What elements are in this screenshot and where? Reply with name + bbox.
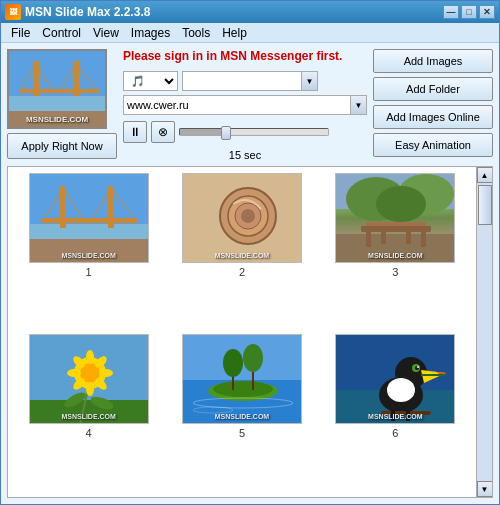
- scroll-down-button[interactable]: ▼: [477, 481, 493, 497]
- dandelion-svg: [30, 335, 149, 424]
- thumb-label-3: MSNSLIDE.COM: [336, 252, 454, 259]
- app-icon: 🖼: [5, 4, 21, 20]
- add-images-button[interactable]: Add Images: [373, 49, 493, 73]
- svg-rect-32: [366, 232, 371, 247]
- duration-label: 15 sec: [123, 149, 367, 161]
- island-svg: [183, 335, 302, 424]
- main-window: 🖼 MSN Slide Max 2.2.3.8 — □ ✕ File Contr…: [0, 0, 500, 505]
- duration-slider-track[interactable]: [179, 128, 329, 136]
- status-input[interactable]: [182, 71, 302, 91]
- menu-tools[interactable]: Tools: [176, 24, 216, 42]
- scroll-track[interactable]: [477, 183, 492, 481]
- preview-image: MSNSLIDE.COM: [7, 49, 107, 129]
- status-combo: ▼: [182, 71, 318, 91]
- bridge-thumb-svg: [30, 174, 149, 263]
- svg-rect-33: [421, 232, 426, 247]
- stop-button[interactable]: ⊗: [151, 121, 175, 143]
- image-number-6: 6: [392, 427, 398, 439]
- icon-dropdown[interactable]: 🎵: [123, 71, 178, 91]
- icon-selector: 🎵: [123, 71, 178, 91]
- messenger-row: 🎵 ▼: [123, 71, 367, 91]
- svg-rect-11: [30, 224, 149, 239]
- menu-help[interactable]: Help: [216, 24, 253, 42]
- image-number-1: 1: [86, 266, 92, 278]
- preview-label: MSNSLIDE.COM: [9, 115, 105, 124]
- list-item[interactable]: MSNSLIDE.COM 6: [321, 334, 470, 491]
- svg-point-69: [417, 366, 419, 368]
- svg-point-24: [241, 209, 255, 223]
- window-title: MSN Slide Max 2.2.3.8: [25, 5, 150, 19]
- middle-panel: Please sign in in MSN Messenger first. 🎵…: [123, 49, 367, 161]
- svg-point-58: [243, 344, 263, 372]
- thumb-label-6: MSNSLIDE.COM: [336, 413, 454, 420]
- top-panel: MSNSLIDE.COM Apply Right Now Please sign…: [7, 49, 493, 161]
- svg-rect-12: [30, 239, 149, 263]
- left-panel: MSNSLIDE.COM Apply Right Now: [7, 49, 117, 161]
- menu-view[interactable]: View: [87, 24, 125, 42]
- right-buttons: Add Images Add Folder Add Images Online …: [373, 49, 493, 161]
- bench-svg: [336, 174, 455, 263]
- pause-button[interactable]: ⏸: [123, 121, 147, 143]
- snail-svg: [183, 174, 302, 263]
- svg-rect-37: [30, 400, 149, 424]
- thumbnail-1[interactable]: MSNSLIDE.COM: [29, 173, 149, 263]
- image-number-3: 3: [392, 266, 398, 278]
- image-grid-container: MSNSLIDE.COM 1: [7, 166, 493, 498]
- thumb-label-1: MSNSLIDE.COM: [30, 252, 148, 259]
- svg-point-65: [387, 378, 415, 402]
- svg-point-43: [86, 350, 94, 364]
- add-folder-button[interactable]: Add Folder: [373, 77, 493, 101]
- scroll-up-button[interactable]: ▲: [477, 167, 493, 183]
- thumbnail-2[interactable]: MSNSLIDE.COM: [182, 173, 302, 263]
- title-bar: 🖼 MSN Slide Max 2.2.3.8 — □ ✕: [1, 1, 499, 23]
- easy-animation-button[interactable]: Easy Animation: [373, 133, 493, 157]
- url-combo: ▼: [123, 95, 367, 115]
- svg-rect-35: [406, 232, 411, 244]
- image-number-5: 5: [239, 427, 245, 439]
- menu-control[interactable]: Control: [36, 24, 87, 42]
- svg-point-54: [213, 381, 273, 397]
- url-input[interactable]: [123, 95, 351, 115]
- thumbnail-3[interactable]: MSNSLIDE.COM: [335, 173, 455, 263]
- scroll-thumb[interactable]: [478, 185, 492, 225]
- duration-slider-thumb[interactable]: [221, 126, 231, 140]
- svg-point-44: [86, 382, 94, 396]
- add-images-online-button[interactable]: Add Images Online: [373, 105, 493, 129]
- menu-images[interactable]: Images: [125, 24, 176, 42]
- url-dropdown-arrow[interactable]: ▼: [351, 95, 367, 115]
- thumb-label-4: MSNSLIDE.COM: [30, 413, 148, 420]
- list-item[interactable]: MSNSLIDE.COM 4: [14, 334, 163, 491]
- thumbnail-4[interactable]: MSNSLIDE.COM: [29, 334, 149, 424]
- maximize-button[interactable]: □: [461, 5, 477, 19]
- menu-bar: File Control View Images Tools Help: [1, 23, 499, 43]
- close-button[interactable]: ✕: [479, 5, 495, 19]
- menu-file[interactable]: File: [5, 24, 36, 42]
- thumb-label-2: MSNSLIDE.COM: [183, 252, 301, 259]
- svg-rect-31: [366, 222, 426, 226]
- svg-point-46: [99, 369, 113, 377]
- list-item[interactable]: MSNSLIDE.COM 5: [167, 334, 316, 491]
- image-number-2: 2: [239, 266, 245, 278]
- url-row: ▼: [123, 95, 367, 115]
- svg-point-28: [376, 186, 426, 222]
- image-grid: MSNSLIDE.COM 1: [8, 167, 476, 497]
- svg-rect-51: [183, 335, 302, 380]
- list-item[interactable]: MSNSLIDE.COM 1: [14, 173, 163, 330]
- svg-rect-1: [9, 96, 107, 111]
- list-item[interactable]: MSNSLIDE.COM 2: [167, 173, 316, 330]
- title-controls: — □ ✕: [443, 5, 495, 19]
- svg-rect-10: [30, 174, 149, 224]
- minimize-button[interactable]: —: [443, 5, 459, 19]
- image-number-4: 4: [86, 427, 92, 439]
- svg-point-45: [67, 369, 81, 377]
- thumbnail-5[interactable]: MSNSLIDE.COM: [182, 334, 302, 424]
- thumbnail-6[interactable]: MSNSLIDE.COM: [335, 334, 455, 424]
- scrollbar: ▲ ▼: [476, 167, 492, 497]
- status-dropdown-arrow[interactable]: ▼: [302, 71, 318, 91]
- thumb-label-5: MSNSLIDE.COM: [183, 413, 301, 420]
- list-item[interactable]: MSNSLIDE.COM 3: [321, 173, 470, 330]
- apply-right-now-button[interactable]: Apply Right Now: [7, 133, 117, 159]
- svg-point-56: [223, 349, 243, 377]
- svg-rect-30: [361, 226, 431, 232]
- slider-container: [179, 128, 329, 136]
